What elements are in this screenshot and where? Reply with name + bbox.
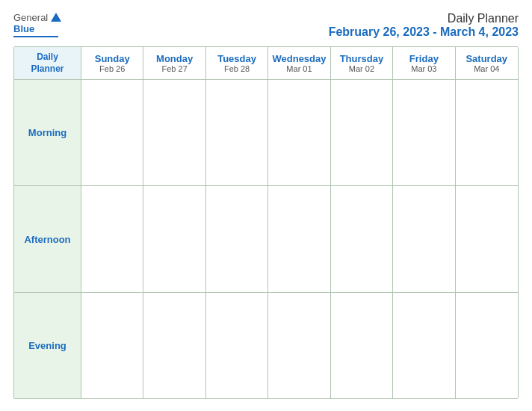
cell-morning-sunday[interactable] bbox=[81, 80, 143, 185]
calendar-body: Morning Afternoon bbox=[14, 80, 518, 398]
header-cell-friday: Friday Mar 03 bbox=[393, 47, 455, 79]
logo-blue-text: Blue bbox=[13, 23, 34, 34]
calendar: DailyPlanner Sunday Feb 26 Monday Feb 27… bbox=[13, 46, 519, 399]
cell-afternoon-monday[interactable] bbox=[143, 186, 205, 291]
header-daily-planner: DailyPlanner bbox=[31, 52, 64, 75]
cell-afternoon-saturday[interactable] bbox=[456, 186, 518, 291]
header-day-name-2: Tuesday bbox=[217, 53, 256, 64]
logo-area: General Blue bbox=[13, 12, 61, 37]
cell-evening-thursday[interactable] bbox=[331, 293, 393, 398]
time-label-evening: Evening bbox=[14, 293, 81, 398]
row-evening: Evening bbox=[14, 293, 518, 398]
cell-afternoon-wednesday[interactable] bbox=[268, 186, 330, 291]
afternoon-text: Afternoon bbox=[24, 234, 70, 245]
cell-morning-tuesday[interactable] bbox=[206, 80, 268, 185]
title-area: Daily Planner February 26, 2023 - March … bbox=[329, 12, 519, 39]
calendar-header-row: DailyPlanner Sunday Feb 26 Monday Feb 27… bbox=[14, 47, 518, 80]
header-day-name-1: Monday bbox=[156, 53, 193, 64]
cell-afternoon-tuesday[interactable] bbox=[206, 186, 268, 291]
cell-evening-wednesday[interactable] bbox=[268, 293, 330, 398]
header-cell-saturday: Saturday Mar 04 bbox=[456, 47, 518, 79]
morning-text: Morning bbox=[28, 127, 66, 138]
row-morning: Morning bbox=[14, 80, 518, 186]
header-cell-wednesday: Wednesday Mar 01 bbox=[268, 47, 330, 79]
header-day-date-0: Feb 26 bbox=[99, 64, 125, 73]
cell-morning-thursday[interactable] bbox=[331, 80, 393, 185]
cell-evening-friday[interactable] bbox=[393, 293, 455, 398]
planner-title: Daily Planner bbox=[329, 12, 519, 25]
cell-evening-monday[interactable] bbox=[143, 293, 205, 398]
logo-line bbox=[13, 36, 58, 37]
cell-evening-sunday[interactable] bbox=[81, 293, 143, 398]
header-cell-tuesday: Tuesday Feb 28 bbox=[206, 47, 268, 79]
header-day-name-0: Sunday bbox=[95, 53, 130, 64]
header-day-date-6: Mar 04 bbox=[474, 64, 499, 73]
header-cell-label: DailyPlanner bbox=[14, 47, 81, 79]
logo-triangle-icon bbox=[51, 13, 61, 22]
cell-morning-friday[interactable] bbox=[393, 80, 455, 185]
time-label-morning: Morning bbox=[14, 80, 81, 185]
cell-afternoon-friday[interactable] bbox=[393, 186, 455, 291]
header-cell-thursday: Thursday Mar 02 bbox=[331, 47, 393, 79]
row-afternoon: Afternoon bbox=[14, 186, 518, 292]
planner-date-range: February 26, 2023 - March 4, 2023 bbox=[329, 25, 519, 39]
cell-afternoon-sunday[interactable] bbox=[81, 186, 143, 291]
cell-morning-wednesday[interactable] bbox=[268, 80, 330, 185]
header-day-date-3: Mar 01 bbox=[286, 64, 312, 73]
evening-text: Evening bbox=[28, 340, 66, 351]
header-cell-sunday: Sunday Feb 26 bbox=[81, 47, 143, 79]
cell-morning-monday[interactable] bbox=[143, 80, 205, 185]
cell-evening-saturday[interactable] bbox=[456, 293, 518, 398]
header-day-date-5: Mar 03 bbox=[411, 64, 436, 73]
logo-text: General bbox=[13, 12, 61, 23]
page: General Blue Daily Planner February 26, … bbox=[0, 0, 532, 411]
header-day-name-5: Friday bbox=[409, 53, 439, 64]
header-cell-monday: Monday Feb 27 bbox=[143, 47, 205, 79]
header-day-name-4: Thursday bbox=[340, 53, 384, 64]
header-day-name-3: Wednesday bbox=[272, 53, 326, 64]
cell-afternoon-thursday[interactable] bbox=[331, 186, 393, 291]
header-day-name-6: Saturday bbox=[466, 53, 507, 64]
header: General Blue Daily Planner February 26, … bbox=[13, 12, 519, 39]
cell-morning-saturday[interactable] bbox=[456, 80, 518, 185]
time-label-afternoon: Afternoon bbox=[14, 186, 81, 291]
header-day-date-1: Feb 27 bbox=[162, 64, 188, 73]
header-day-date-4: Mar 02 bbox=[349, 64, 374, 73]
header-day-date-2: Feb 28 bbox=[224, 64, 250, 73]
logo-general-text: General bbox=[13, 12, 48, 23]
cell-evening-tuesday[interactable] bbox=[206, 293, 268, 398]
